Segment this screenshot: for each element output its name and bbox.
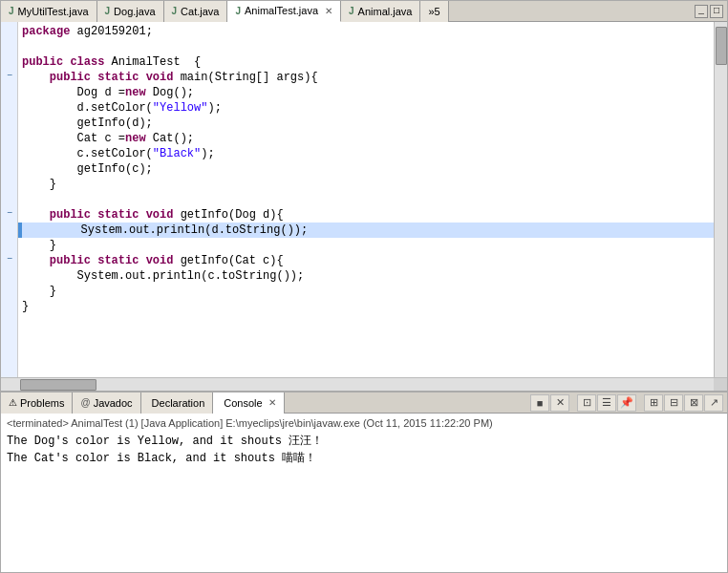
tab-icon: J <box>172 6 178 16</box>
code-line-1: package ag20159201; <box>18 24 714 39</box>
panel-tab-bar: ⚠ Problems @ Javadoc Declaration Console… <box>1 393 727 414</box>
open-external-button[interactable]: ↗ <box>704 394 723 412</box>
bottom-panel: ⚠ Problems @ Javadoc Declaration Console… <box>1 391 727 572</box>
tab-label: AnimalTest.java <box>245 5 318 16</box>
console-line-1: The Dog's color is Yellow, and it shouts… <box>7 433 721 450</box>
gutter-14 <box>1 221 18 236</box>
panel-tab-console[interactable]: Console ✕ <box>213 393 284 414</box>
clear-button[interactable]: ⊡ <box>577 394 596 412</box>
editor-main: − − − package ag20159201; <box>1 22 727 377</box>
code-line-9: c.setColor("Black"); <box>18 146 714 161</box>
javadoc-icon: @ <box>80 397 90 408</box>
panel-tab-console-label: Console <box>224 397 262 409</box>
gutter-12 <box>1 190 18 205</box>
code-line-15: } <box>18 238 714 253</box>
panel-tab-problems-label: Problems <box>20 397 64 409</box>
gutter-7 <box>1 114 18 129</box>
code-line-13: public static void getInfo(Dog d){ <box>18 207 714 223</box>
code-line-14: System.out.println(d.toString()); <box>18 223 714 238</box>
code-line-2 <box>18 39 714 54</box>
panel-tab-declaration[interactable]: Declaration <box>141 393 214 414</box>
h-scrollbar-thumb[interactable] <box>20 379 96 391</box>
tab-icon: J <box>105 6 111 16</box>
gutter-15 <box>1 236 18 251</box>
gutter-19 <box>1 297 18 312</box>
tab-label: »5 <box>428 6 439 17</box>
gutter-8 <box>1 129 18 144</box>
minimize-icon[interactable]: _ <box>695 5 708 18</box>
editor-container: J MyUtilTest.java J Dog.java J Cat.java … <box>0 0 728 573</box>
maximize-icon[interactable]: □ <box>710 5 723 18</box>
scroll-lock-button[interactable]: ☰ <box>597 394 616 412</box>
code-line-16: public static void getInfo(Cat c){ <box>18 253 714 268</box>
panel-tab-javadoc-label: Javadoc <box>94 397 133 409</box>
gutter-18 <box>1 282 18 297</box>
code-line-6: d.setColor("Yellow"); <box>18 100 714 116</box>
gutter-11 <box>1 175 18 190</box>
layout-button-2[interactable]: ⊟ <box>664 394 683 412</box>
tab-close-icon[interactable]: ✕ <box>325 6 332 16</box>
scroll-corner <box>714 378 727 391</box>
gutter-10 <box>1 159 18 175</box>
layout-button-1[interactable]: ⊞ <box>644 394 663 412</box>
pin-button[interactable]: 📌 <box>617 394 636 412</box>
code-line-3: public class AnimalTest { <box>18 54 714 70</box>
line-gutter: − − − <box>1 22 18 377</box>
code-line-5: Dog d =new Dog(); <box>18 85 714 100</box>
tab-animaltest[interactable]: J AnimalTest.java ✕ <box>227 1 341 22</box>
console-close-icon[interactable]: ✕ <box>268 397 276 408</box>
horizontal-scrollbar-area <box>1 377 727 391</box>
code-line-17: System.out.println(c.toString()); <box>18 268 714 284</box>
tab-label: Cat.java <box>181 6 219 17</box>
tab-overflow[interactable]: »5 <box>420 1 448 22</box>
code-line-12 <box>18 192 714 207</box>
tab-icon: J <box>235 6 241 16</box>
console-output-area: <terminated> AnimalTest (1) [Java Applic… <box>1 414 727 572</box>
tab-bar: J MyUtilTest.java J Dog.java J Cat.java … <box>1 1 727 22</box>
tab-animal[interactable]: J Animal.java <box>341 1 420 22</box>
panel-tab-javadoc[interactable]: @ Javadoc <box>73 393 140 414</box>
tab-label: MyUtilTest.java <box>18 6 89 17</box>
code-line-18: } <box>18 284 714 299</box>
gutter-2 <box>1 37 18 53</box>
gutter-6 <box>1 98 18 114</box>
tab-icon: J <box>349 6 354 16</box>
gutter-9 <box>1 144 18 159</box>
tab-label: Dog.java <box>114 6 155 17</box>
gutter-1 <box>1 22 18 37</box>
panel-tab-declaration-label: Declaration <box>152 397 205 409</box>
gutter-13[interactable]: − <box>1 205 18 221</box>
vertical-scrollbar[interactable] <box>714 22 727 377</box>
gutter-3 <box>1 53 18 68</box>
tab-cat[interactable]: J Cat.java <box>164 1 228 22</box>
tab-dog[interactable]: J Dog.java <box>97 1 164 22</box>
code-line-8: Cat c =new Cat(); <box>18 131 714 146</box>
gutter-16[interactable]: − <box>1 251 18 266</box>
close-console-button[interactable]: ✕ <box>550 394 569 412</box>
stop-button[interactable]: ■ <box>530 394 549 412</box>
gutter-4[interactable]: − <box>1 68 18 83</box>
console-header: <terminated> AnimalTest (1) [Java Applic… <box>7 417 721 429</box>
layout-button-3[interactable]: ⊠ <box>684 394 703 412</box>
horizontal-scrollbar[interactable] <box>1 378 714 391</box>
panel-toolbar: ■ ✕ ⊡ ☰ 📌 ⊞ ⊟ ⊠ ↗ <box>530 394 727 412</box>
code-line-10: getInfo(c); <box>18 161 714 177</box>
scrollbar-thumb[interactable] <box>716 27 727 65</box>
code-line-19: } <box>18 299 714 314</box>
tab-myutiltest[interactable]: J MyUtilTest.java <box>1 1 97 22</box>
code-line-7: getInfo(d); <box>18 116 714 131</box>
code-line-11: } <box>18 177 714 192</box>
problems-icon: ⚠ <box>9 397 17 408</box>
console-line-2: The Cat's color is Black, and it shouts … <box>7 450 721 467</box>
panel-tab-problems[interactable]: ⚠ Problems <box>1 393 73 414</box>
tab-label: Animal.java <box>358 6 413 17</box>
code-line-4: public static void main(String[] args){ <box>18 70 714 85</box>
code-editor[interactable]: package ag20159201; public class AnimalT… <box>18 22 714 377</box>
gutter-17 <box>1 266 18 282</box>
tab-icon: J <box>9 6 14 16</box>
gutter-5 <box>1 83 18 98</box>
